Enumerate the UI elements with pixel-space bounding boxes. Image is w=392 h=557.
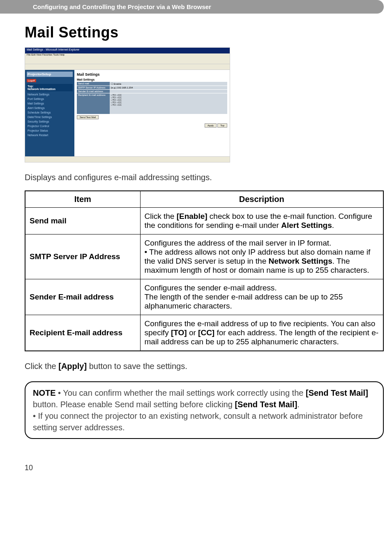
intro-text: Displays and configures e-mail addressin…	[25, 173, 384, 182]
screenshot-nav-item: Security Settings	[27, 119, 73, 124]
screenshot-image: Mail Settings - Microsoft Internet Explo…	[25, 47, 230, 162]
apply-instruction: Click the [Apply] button to save the set…	[25, 362, 384, 371]
screenshot-send-test-button: Send Test Mail	[77, 115, 99, 119]
screenshot-menubar: File Edit View Favorites Tools Help	[25, 53, 230, 58]
screenshot-send-mail-label: Send mail	[77, 82, 110, 86]
screenshot-sender-label: Sender E-mail address	[77, 90, 110, 93]
table-row: Sender E-mail address Configures the sen…	[25, 279, 383, 315]
screenshot-enable-value: ☐ Enable	[110, 82, 227, 86]
screenshot-sidebar-title: ProjectorSetup	[27, 72, 73, 77]
screenshot-smtp-value: [e.g.] 192.168.1.254	[110, 86, 227, 89]
screenshot-sender-value	[110, 90, 227, 93]
screenshot-nav-item: Network Restart	[27, 133, 73, 137]
screenshot-apply-button: Apply	[205, 123, 217, 128]
settings-table: Item Description Send mail Click the [En…	[25, 190, 384, 351]
screenshot-nav-item: Mail Settings	[27, 101, 73, 106]
screenshot-nav-item: Projector Status	[27, 128, 73, 133]
screenshot-nav-item: Projector Control	[27, 124, 73, 128]
note-label: NOTE	[33, 388, 56, 397]
screenshot-content-title: Mail Settings	[77, 72, 227, 77]
page-number: 10	[25, 464, 384, 472]
table-header-item: Item	[25, 191, 140, 208]
screenshot-window-title: Mail Settings - Microsoft Internet Explo…	[25, 48, 230, 53]
screenshot-content: Mail Settings Mail Settings Send mail ☐ …	[74, 70, 230, 156]
table-desc-sender: Configures the sender e-mail address. Th…	[140, 279, 383, 315]
table-row: Recipient E-mail address Configures the …	[25, 315, 383, 351]
table-item-send-mail: Send mail	[25, 208, 140, 234]
screenshot-nav-item: Alert Settings	[27, 106, 73, 110]
page-title: Mail Settings	[25, 24, 384, 41]
screenshot-content-subtitle: Mail Settings	[77, 78, 227, 81]
screenshot-sidebar: ProjectorSetup Logoff Top: Network Infor…	[25, 70, 74, 156]
note-box: NOTE • You can confirm whether the mail …	[25, 381, 384, 439]
table-desc-recipient: Configures the e-mail address of up to f…	[140, 315, 383, 351]
table-desc-send-mail: Click the [Enable] check box to use the …	[140, 208, 383, 234]
screenshot-logoff-button: Logoff	[27, 79, 36, 82]
screenshot-smtp-label: SMTP Server IP Address	[77, 86, 110, 89]
screenshot-toolbar	[25, 58, 230, 64]
breadcrumb-header: Configuring and Controlling the Projecto…	[0, 0, 384, 14]
table-item-recipient: Recipient E-mail address	[25, 315, 140, 351]
screenshot-top-button: Top	[217, 123, 227, 128]
screenshot-nav-item: Network Settings	[27, 92, 73, 97]
screenshot-addressbar	[25, 64, 230, 70]
screenshot-nav-item: Port Settings	[27, 97, 73, 101]
table-row: SMTP Server IP Address Configures the ad…	[25, 234, 383, 279]
screenshot-recipient-label: Recipient E-mail address	[77, 93, 110, 114]
screenshot-statusbar	[25, 156, 230, 162]
table-header-description: Description	[140, 191, 383, 208]
table-desc-smtp: Configures the address of the mail serve…	[140, 234, 383, 279]
table-row: Send mail Click the [Enable] check box t…	[25, 208, 383, 234]
screenshot-nav-top: Top: Network Information	[27, 84, 73, 91]
screenshot-nav-item: Date/Time Settings	[27, 115, 73, 119]
table-item-smtp: SMTP Server IP Address	[25, 234, 140, 279]
screenshot-nav-item: Schedule Settings	[27, 110, 73, 115]
screenshot-recipient-value: ○TO ○CC ○TO ○CC ○TO ○CC ○TO ○CC ○TO ○CC	[110, 93, 227, 114]
table-item-sender: Sender E-mail address	[25, 279, 140, 315]
